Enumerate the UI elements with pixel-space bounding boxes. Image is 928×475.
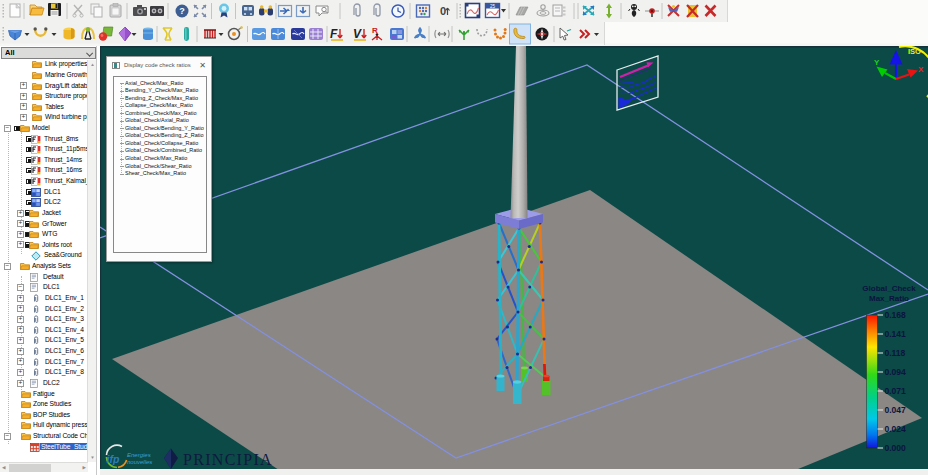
svg-text:PRINCIPIA: PRINCIPIA xyxy=(183,451,273,468)
svg-text:0.168: 0.168 xyxy=(885,310,907,320)
svg-text:Max_Ratio: Max_Ratio xyxy=(869,294,909,303)
svg-text:0.047: 0.047 xyxy=(885,405,907,415)
svg-text:V: V xyxy=(353,27,362,41)
svg-text:0.141: 0.141 xyxy=(885,329,907,339)
svg-text:0.071: 0.071 xyxy=(885,386,907,396)
svg-text:X: X xyxy=(918,65,924,74)
svg-text:0.000: 0.000 xyxy=(885,443,907,453)
svg-text:F: F xyxy=(330,27,338,41)
svg-text:?: ? xyxy=(179,6,185,16)
svg-text:0.094: 0.094 xyxy=(885,367,907,377)
svg-text:ifp: ifp xyxy=(107,453,120,465)
svg-text:25: 25 xyxy=(490,4,496,9)
svg-text:0.024: 0.024 xyxy=(885,424,907,434)
svg-text:0.118: 0.118 xyxy=(885,348,906,358)
svg-text:Global_Check: Global_Check xyxy=(862,284,916,293)
svg-text:nouvelles: nouvelles xyxy=(127,459,152,465)
svg-text:0: 0 xyxy=(440,5,446,17)
svg-text:Energies: Energies xyxy=(127,452,151,458)
svg-text:Y: Y xyxy=(874,58,880,67)
svg-text:ISO: ISO xyxy=(908,47,921,56)
